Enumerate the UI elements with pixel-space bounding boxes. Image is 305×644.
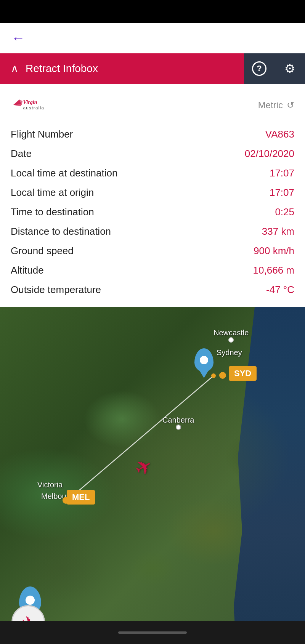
sydney-label-area: Sydney (217, 348, 242, 357)
newcastle-label: Newcastle (214, 328, 249, 337)
canberra-label: Canberra (162, 416, 194, 425)
sydney-label: Sydney (217, 348, 242, 357)
infobox-title-area[interactable]: ∧ Retract Infobox (0, 53, 244, 84)
collapse-icon: ∧ (11, 63, 19, 74)
date-label: Date (11, 148, 32, 160)
local-origin-row: Local time at origin 17:07 (11, 183, 294, 202)
canberra-dot (176, 425, 181, 430)
ground-speed-label: Ground speed (11, 245, 74, 257)
flight-path-svg (0, 307, 305, 644)
help-button[interactable]: ? (244, 53, 274, 84)
metric-label: Metric (258, 100, 283, 111)
local-origin-label: Local time at origin (11, 187, 94, 199)
infobox-header: ∧ Retract Infobox ? ⚙ (0, 53, 305, 84)
time-dest-label: Time to destination (11, 206, 94, 218)
airline-logo: Virgin australia (11, 95, 60, 115)
altitude-row: Altitude 10,666 m (11, 261, 294, 280)
infobox-actions: ? ⚙ (244, 53, 305, 84)
syd-badge: SYD (229, 366, 257, 381)
refresh-icon: ↺ (287, 100, 294, 111)
sydney-pin-blue (194, 348, 214, 372)
brand-row: Virgin australia Metric ↺ (11, 95, 294, 115)
local-origin-value: 17:07 (270, 187, 294, 199)
distance-label: Distance to destination (11, 226, 111, 237)
flight-number-label: Flight Number (11, 128, 73, 140)
newcastle-dot (228, 337, 234, 343)
ground-speed-row: Ground speed 900 km/h (11, 241, 294, 261)
settings-button[interactable]: ⚙ (274, 53, 305, 84)
flight-number-row: Flight Number VA863 (11, 125, 294, 144)
map-container[interactable]: ✈ Newcastle Sydney SYD Canberra Victoria… (0, 307, 305, 644)
svg-text:Virgin: Virgin (23, 99, 37, 105)
sydney-pin[interactable] (194, 348, 214, 372)
infobox-title: Retract Infobox (26, 62, 98, 75)
victoria-label: Victoria (37, 481, 63, 489)
help-icon: ? (252, 61, 266, 76)
local-dest-row: Local time at destination 17:07 (11, 163, 294, 183)
distance-value: 337 km (262, 226, 294, 237)
svg-point-7 (211, 373, 216, 378)
time-dest-row: Time to destination 0:25 (11, 202, 294, 222)
virgin-logo-svg: Virgin australia (11, 95, 60, 115)
victoria-label-area: Victoria (37, 481, 63, 489)
local-dest-value: 17:07 (270, 167, 294, 179)
outside-temp-row: Outside temperature -47 °C (11, 280, 294, 300)
distance-row: Distance to destination 337 km (11, 222, 294, 241)
mel-badge: MEL (67, 490, 95, 505)
outside-temp-value: -47 °C (266, 284, 294, 296)
svg-text:australia: australia (23, 105, 45, 110)
sydney-origin-dot (219, 372, 226, 379)
metric-toggle[interactable]: Metric ↺ (258, 100, 294, 111)
origin-pin-inner (26, 596, 35, 605)
local-dest-label: Local time at destination (11, 167, 117, 179)
bottom-bar (0, 621, 305, 644)
date-value: 02/10/2020 (245, 148, 294, 160)
altitude-label: Altitude (11, 264, 44, 276)
outside-temp-label: Outside temperature (11, 284, 101, 296)
date-row: Date 02/10/2020 (11, 144, 294, 163)
flight-info-table: Flight Number VA863 Date 02/10/2020 Loca… (11, 125, 294, 300)
city-marker-canberra: Canberra (162, 416, 194, 430)
ground-speed-value: 900 km/h (254, 245, 294, 257)
city-marker-newcastle: Newcastle (214, 328, 249, 343)
back-button[interactable]: ← (11, 31, 25, 45)
sydney-pin-inner (200, 356, 208, 364)
bottom-indicator (118, 631, 187, 634)
top-bar: ← (0, 23, 305, 53)
status-bar (0, 0, 305, 23)
time-dest-value: 0:25 (275, 206, 294, 218)
info-panel: Virgin australia Metric ↺ Flight Number … (0, 84, 305, 307)
gear-icon: ⚙ (284, 61, 295, 76)
flight-number-value: VA863 (265, 128, 294, 140)
altitude-value: 10,666 m (253, 264, 294, 276)
